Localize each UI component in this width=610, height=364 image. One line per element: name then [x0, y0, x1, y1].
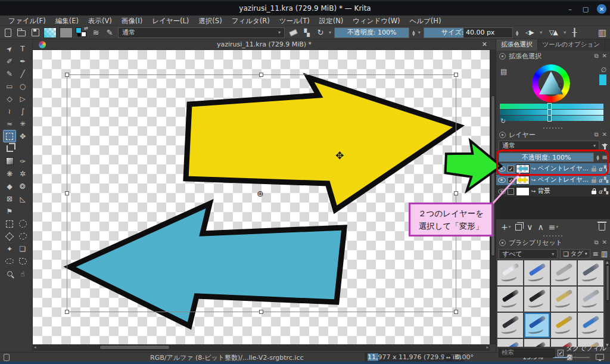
tab-advanced-color-selector[interactable]: 拡張色選択	[496, 39, 538, 51]
ellipse-tool[interactable]: ○	[16, 80, 29, 92]
freehand-path-tool[interactable]: ∫	[16, 105, 29, 117]
transform-handle[interactable]	[454, 73, 458, 77]
subwindow-titlebar[interactable]: yazirusi_11.kra (729.9 MiB) * ✕	[33, 39, 496, 50]
alpha-lock-icon[interactable]: ▚	[604, 177, 608, 183]
opacity-spinner[interactable]: ▲▼	[412, 30, 415, 36]
smart-patch-tool[interactable]: ❋	[3, 167, 16, 180]
lock-icon[interactable]	[499, 239, 506, 246]
brush-view-mode-icon[interactable]: ▥	[601, 250, 608, 258]
menu-item-4[interactable]: レイヤー(L)	[147, 15, 194, 26]
transform-handle[interactable]	[65, 191, 69, 195]
reference-images-tool[interactable]: ⚑	[3, 205, 16, 217]
polyline-tool[interactable]: ▷	[16, 92, 29, 105]
scroll-left-icon[interactable]: ◂	[34, 345, 36, 350]
brush-preset-9[interactable]	[524, 313, 550, 338]
transform-handle[interactable]	[65, 310, 69, 314]
chevron-down-icon[interactable]: ▾	[418, 30, 421, 35]
color-bar-3[interactable]	[500, 116, 603, 121]
fg-bg-colors[interactable]: ⇄	[76, 27, 88, 38]
menu-item-1[interactable]: 編集(E)	[51, 15, 83, 26]
bezier-curve-tool[interactable]: ≀	[3, 105, 16, 117]
menu-item-10[interactable]: ヘルプ(H)	[405, 15, 446, 26]
no-color-icon[interactable]: ∅	[600, 66, 606, 74]
brush-preset-7[interactable]	[578, 287, 603, 312]
measure-tool[interactable]: ◺	[16, 192, 29, 205]
close-docker-icon[interactable]: ✕	[602, 52, 607, 60]
minimize-button[interactable]: –	[566, 5, 574, 13]
brush-preset-13[interactable]	[524, 339, 550, 347]
assistants-tool[interactable]: ⊠	[3, 192, 16, 205]
canvas-rotation-value[interactable]: 0.00°	[456, 353, 474, 361]
alpha-lock-icon[interactable]: ▚	[604, 166, 608, 172]
layer-select-checkbox[interactable]	[508, 188, 514, 195]
layer-select-checkbox[interactable]: ✓	[508, 177, 514, 183]
rectangle-tool[interactable]: ▭	[3, 80, 16, 92]
alpha-lock-icon[interactable]: ▚	[604, 188, 608, 194]
layer-select-checkbox[interactable]: ✓	[508, 166, 514, 172]
maximize-button[interactable]: ▢	[581, 5, 590, 13]
move-layer-up-button[interactable]: ∧	[538, 222, 544, 232]
duplicate-layer-button[interactable]	[515, 224, 522, 231]
advanced-color-selector[interactable]: ▤ ∅ ↻	[496, 61, 610, 127]
menu-item-5[interactable]: 選択(S)	[194, 15, 226, 26]
menu-item-2[interactable]: 表示(V)	[83, 15, 117, 26]
move-layer-down-button[interactable]: ∨	[527, 222, 533, 232]
blend-mode-dropdown[interactable]: 通常 ▾	[118, 27, 285, 38]
chevron-down-icon[interactable]: ▾	[329, 30, 331, 35]
lock-icon[interactable]	[499, 53, 506, 60]
calligraphy-tool[interactable]: ✒	[16, 55, 29, 67]
canvas-horizontal-scrollbar[interactable]: ◂ ▸	[33, 344, 490, 351]
magic-wand-select-tool[interactable]: ✦	[3, 242, 16, 255]
brush-menu-icon[interactable]: ≡	[593, 250, 599, 258]
menu-item-0[interactable]: ファイル(F)	[4, 15, 51, 26]
color-sampler-tool[interactable]: ✑	[16, 155, 29, 167]
brush-preset-15[interactable]	[578, 339, 603, 347]
search-input[interactable]: 検索	[499, 349, 555, 357]
colorize-mask-tool[interactable]: ✲	[16, 167, 29, 180]
inherit-alpha-icon[interactable]: α	[598, 166, 602, 172]
inherit-alpha-icon[interactable]: α	[598, 177, 602, 183]
size-spinner[interactable]: ▲▼	[516, 30, 519, 36]
select-shapes-tool[interactable]: ➤	[3, 42, 16, 55]
layer-opacity-slider[interactable]: 不透明度: 100%	[499, 153, 594, 162]
brush-preset-4[interactable]	[497, 287, 523, 312]
selector-settings-icon[interactable]: ▤	[500, 67, 507, 76]
reload-preset-icon[interactable]: ↻	[315, 27, 326, 38]
polygon-select-tool[interactable]	[3, 230, 16, 242]
brush-preset-2[interactable]	[551, 260, 577, 285]
edit-brush-settings-icon[interactable]: ✎	[104, 27, 115, 38]
brush-preset-5[interactable]	[524, 287, 550, 312]
canvas-vertical-scrollbar[interactable]	[490, 50, 496, 344]
color-bar-2[interactable]	[500, 110, 603, 115]
line-tool[interactable]: ╱	[16, 67, 29, 80]
scroll-right-icon[interactable]: ▸	[486, 345, 488, 350]
transform-handle[interactable]	[65, 73, 69, 77]
brush-preset-1[interactable]	[524, 260, 550, 285]
menu-item-9[interactable]: ウィンドウ(W)	[348, 15, 404, 26]
edit-shapes-tool[interactable]: ✐	[3, 55, 16, 67]
add-layer-button[interactable]: +▾	[501, 222, 511, 232]
move-tool[interactable]: ✥	[16, 130, 29, 142]
layer-name[interactable]: ペイントレイヤ...	[538, 164, 590, 173]
dynamic-brush-tool[interactable]: ≈	[3, 117, 16, 130]
color-history-icon[interactable]: ↻	[500, 117, 506, 125]
float-docker-icon[interactable]: ⧉	[594, 239, 598, 246]
transform-tool[interactable]	[3, 130, 16, 142]
chevron-down-icon[interactable]: ▾	[564, 30, 566, 35]
layer-menu-icon[interactable]: ≡	[602, 153, 608, 161]
brush-preset-14[interactable]	[551, 339, 577, 347]
close-button[interactable]: ✕	[597, 4, 606, 14]
selection-mode-icon[interactable]	[4, 354, 10, 361]
chevron-down-icon[interactable]: ▾	[540, 30, 542, 35]
brush-preset-10[interactable]	[551, 313, 577, 338]
brush-option-list-icon[interactable]: ≋	[91, 27, 101, 38]
preserve-alpha-icon[interactable]: ▚	[301, 27, 312, 38]
layer-lock-icon[interactable]	[592, 191, 596, 194]
new-document-icon[interactable]	[2, 27, 13, 38]
zoom-tool[interactable]	[3, 267, 16, 280]
opacity-slider[interactable]: 不透明度: 100%	[334, 27, 409, 38]
inherit-alpha-icon[interactable]: α	[598, 188, 602, 195]
menu-item-7[interactable]: ツール(T)	[275, 15, 315, 26]
bezier-select-tool[interactable]	[3, 255, 16, 267]
tab-tool-options[interactable]: ツールのオプション	[538, 39, 605, 51]
